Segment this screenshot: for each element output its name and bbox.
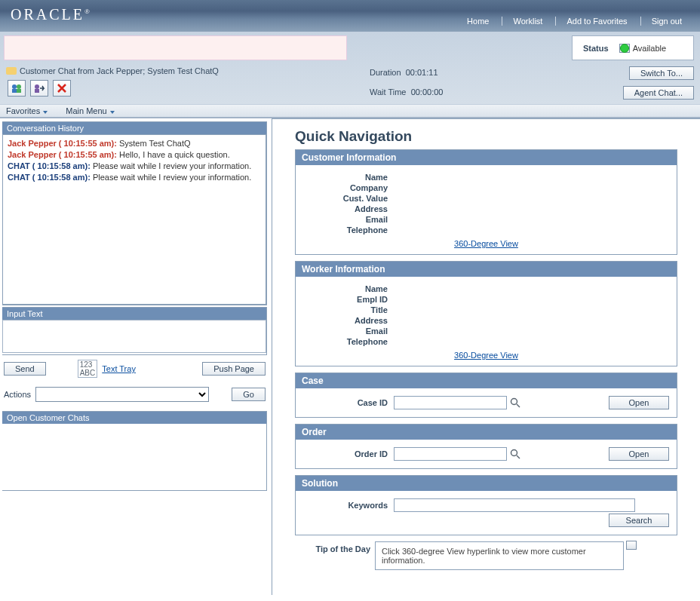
order-id-input[interactable]: [394, 447, 507, 461]
case-open-button[interactable]: Open: [609, 396, 669, 409]
switch-to-button[interactable]: Switch To...: [629, 66, 694, 80]
menu-favorites[interactable]: Favorites: [6, 106, 48, 115]
banner-placeholder: [4, 35, 347, 60]
case-lookup-icon[interactable]: [510, 397, 520, 408]
agent-chat-button[interactable]: Agent Chat...: [623, 86, 694, 100]
waittime-value: 00:00:00: [411, 87, 444, 97]
case-id-label: Case ID: [303, 398, 394, 407]
svg-rect-3: [17, 89, 21, 93]
chat-title-text: Customer Chat from Jack Pepper; System T…: [20, 66, 219, 75]
send-row: Send 123ABC Text Tray Push Page: [2, 357, 267, 381]
global-header: ORACLE® Home Worklist Add to Favorites S…: [0, 0, 700, 32]
actions-select[interactable]: [35, 387, 209, 402]
case-group: Case Case ID Open: [295, 373, 677, 418]
go-button[interactable]: Go: [232, 388, 266, 401]
duration-label: Duration: [370, 68, 401, 77]
open-chats-header: Open Customer Chats: [2, 412, 266, 424]
tip-text: Click 360-degree View hyperlink to view …: [375, 541, 624, 570]
presence-icon: [620, 44, 629, 53]
open-chats-section: Open Customer Chats: [2, 411, 267, 491]
case-header: Case: [296, 373, 677, 388]
actions-label: Actions: [4, 390, 31, 399]
input-text-header: Input Text: [2, 308, 266, 320]
worker-info-group: Worker Information Name Empl ID Title Ad…: [295, 261, 677, 366]
menu-bar: Favorites Main Menu: [0, 104, 700, 118]
top-nav: Home Worklist Add to Favorites Sign out: [456, 17, 692, 26]
popout-icon[interactable]: [626, 541, 637, 550]
send-button[interactable]: Send: [4, 362, 46, 376]
message-text: Please wait while I review your informat…: [93, 173, 251, 182]
worker-address-label: Address: [303, 316, 394, 325]
conversation-history-header: Conversation History: [2, 122, 266, 134]
chat-toolbar: [0, 75, 700, 101]
order-header: Order: [296, 425, 677, 440]
keywords-input[interactable]: [394, 498, 635, 512]
message-sender: Jack Pepper ( 10:15:55 am):: [8, 139, 119, 148]
open-chats-body: [2, 424, 266, 490]
worker-title-label: Title: [303, 305, 394, 314]
worker-telephone-label: Telephone: [303, 337, 394, 346]
chat-input[interactable]: [2, 320, 266, 353]
nav-add-favorites[interactable]: Add to Favorites: [555, 17, 637, 26]
svg-point-8: [511, 450, 517, 456]
conference-icon[interactable]: [8, 80, 26, 97]
push-page-button[interactable]: Push Page: [202, 362, 266, 376]
svg-rect-2: [12, 89, 17, 93]
conversation-history-section: Conversation History Jack Pepper ( 10:15…: [2, 121, 267, 305]
menu-main[interactable]: Main Menu: [66, 106, 114, 115]
conversation-history-body: Jack Pepper ( 10:15:55 am): System Test …: [2, 134, 266, 305]
customer-info-header: Customer Information: [296, 150, 677, 165]
waittime-row: Wait Time 00:00:00: [370, 87, 443, 97]
message-sender: Jack Pepper ( 10:15:55 am):: [8, 150, 119, 159]
worker-name-label: Name: [303, 284, 394, 293]
agent-status-box: Status Available: [572, 35, 694, 60]
message-text: Please wait while I review your informat…: [93, 161, 251, 170]
svg-line-9: [517, 455, 520, 458]
quick-nav-title: Quick Navigation: [295, 128, 677, 145]
nav-home[interactable]: Home: [456, 17, 499, 26]
text-tray-link[interactable]: Text Tray: [102, 364, 136, 373]
tip-label: Tip of the Day: [295, 541, 370, 553]
chat-icon: [6, 67, 17, 75]
order-lookup-icon[interactable]: [510, 449, 520, 459]
right-scroll[interactable]: Quick Navigation Customer Information Na…: [272, 119, 700, 595]
worker-emplid-label: Empl ID: [303, 295, 394, 304]
solution-group: Solution Keywords Search: [295, 475, 677, 535]
keywords-label: Keywords: [303, 501, 394, 510]
worker-360-link[interactable]: 360-Degree View: [454, 351, 518, 360]
svg-line-7: [517, 404, 520, 407]
nav-worklist[interactable]: Worklist: [502, 17, 553, 26]
svg-point-6: [511, 399, 517, 405]
search-button[interactable]: Search: [609, 514, 669, 527]
svg-point-4: [35, 84, 39, 89]
status-value: Available: [633, 44, 666, 53]
message-text: Hello, I have a quick question.: [119, 150, 230, 159]
end-chat-icon[interactable]: [53, 80, 71, 97]
waittime-label: Wait Time: [370, 87, 407, 97]
duration-value: 00:01:11: [406, 68, 438, 77]
order-id-label: Order ID: [303, 449, 394, 458]
cust-name-label: Name: [303, 173, 394, 182]
status-label: Status: [573, 44, 619, 53]
nav-signout[interactable]: Sign out: [640, 17, 692, 26]
text-tray-icon[interactable]: 123ABC: [78, 360, 98, 378]
status-available[interactable]: Available: [619, 44, 666, 53]
message-text: System Test ChatQ: [119, 139, 191, 148]
tip-of-day: Tip of the Day Click 360-degree View hyp…: [295, 541, 677, 570]
case-id-input[interactable]: [394, 396, 507, 409]
svg-point-1: [17, 84, 21, 89]
duration-row: Duration 00:01:11: [370, 68, 438, 77]
left-column: Conversation History Jack Pepper ( 10:15…: [0, 118, 272, 595]
cust-360-link[interactable]: 360-Degree View: [454, 239, 518, 248]
order-group: Order Order ID Open: [295, 424, 677, 469]
cust-address-label: Address: [303, 204, 394, 213]
cust-value-label: Cust. Value: [303, 194, 394, 203]
input-text-section: Input Text: [2, 307, 267, 355]
context-header: Status Available Customer Chat from Jack…: [0, 32, 700, 118]
transfer-icon[interactable]: [30, 80, 48, 97]
worker-info-header: Worker Information: [296, 262, 677, 277]
actions-row: Actions Go: [2, 381, 267, 411]
order-open-button[interactable]: Open: [609, 447, 669, 461]
message-sender: CHAT ( 10:15:58 am):: [8, 173, 93, 182]
cust-email-label: Email: [303, 215, 394, 224]
